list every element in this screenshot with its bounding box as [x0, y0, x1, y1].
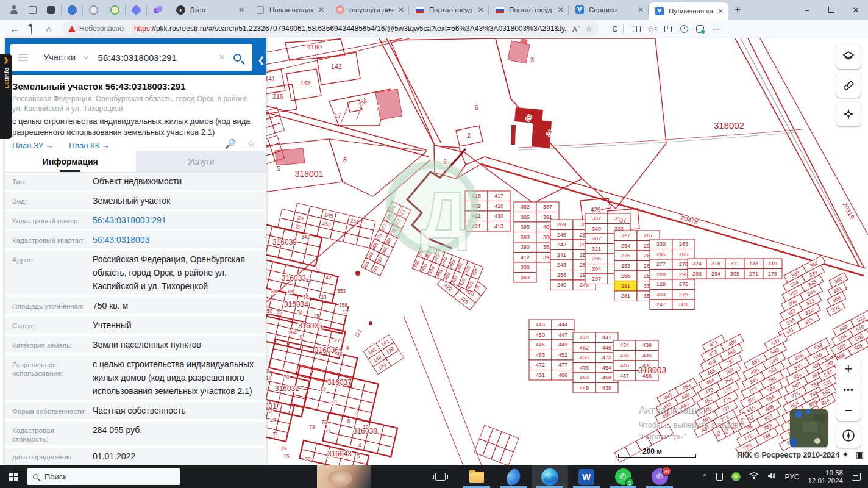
doc-search-icon[interactable]: 🔎 — [225, 138, 237, 149]
start-button[interactable] — [0, 465, 27, 488]
window-restore-button[interactable] — [819, 0, 844, 20]
tab-close-icon[interactable]: ✕ — [638, 5, 644, 14]
tab-close-icon[interactable]: ✕ — [717, 7, 724, 15]
plan-kk-link[interactable]: План КК → — [69, 141, 110, 150]
svg-text:434: 434 — [620, 342, 629, 348]
window-minimize-button[interactable]: – — [795, 0, 819, 20]
zoom-menu-button[interactable]: ••• — [836, 379, 861, 400]
map-home-icon[interactable]: ⌂ — [827, 450, 831, 459]
window-close-button[interactable]: ✕ — [844, 0, 868, 20]
parcel-grid[interactable]: 443444450447445449483452472477451466 — [529, 320, 574, 380]
edge-browser-button[interactable] — [532, 465, 568, 488]
tab-title: госуслуги лич — [349, 6, 396, 13]
taskbar-clock[interactable]: 10:58 12.01.2024 — [808, 469, 843, 485]
map-label: 15 — [283, 453, 290, 459]
whatsapp-button[interactable]: ✆3 — [605, 465, 641, 488]
security-warning-label[interactable]: Небезопасно — [79, 24, 124, 33]
svg-text:472: 472 — [602, 354, 611, 361]
row-value[interactable]: 56:43:0318003 — [93, 233, 259, 246]
notification-icon[interactable] — [852, 473, 861, 481]
star-icon[interactable]: ☆ — [247, 138, 255, 149]
map-canvas[interactable]: 4184174094104114304214134204264244194224… — [258, 38, 868, 465]
parcel-grid[interactable]: 499512504510509506508505 — [819, 310, 868, 365]
tab-close-icon[interactable]: ✕ — [238, 5, 244, 14]
browser-tab-3[interactable]: Ягосуслуги лич✕ — [329, 0, 409, 20]
measure-ruler-button[interactable] — [836, 73, 861, 98]
collapse-panel-icon[interactable]: ❮ — [258, 56, 265, 65]
browser-tab-7[interactable]: Публичная ка✕ — [649, 2, 728, 20]
pinned-site-apps-icon[interactable] — [150, 2, 165, 17]
history-icon[interactable] — [676, 21, 692, 37]
workspaces-icon[interactable] — [25, 2, 40, 17]
pinned-site-gray-icon[interactable] — [86, 2, 101, 17]
search-icon[interactable] — [233, 54, 241, 62]
home-button[interactable]: ⌂ — [40, 24, 57, 34]
letinfo-widget-tab[interactable]: ❯ LetInfo — [0, 54, 12, 139]
search-category[interactable]: Участки — [43, 52, 76, 62]
back-button[interactable]: ← — [6, 24, 23, 34]
my-location-button[interactable] — [836, 423, 861, 448]
taskbar-search[interactable]: Поиск — [27, 468, 180, 485]
address-bar[interactable]: Небезопасно https ://pkk.rosreestr.ru/#/… — [62, 21, 599, 37]
tray-device-icon[interactable] — [716, 473, 723, 481]
browser-tab-6[interactable]: Сервисы✕ — [569, 0, 649, 20]
browser-tab-4[interactable]: Портал госуд✕ — [409, 0, 489, 20]
parcel-grid[interactable]: 470441462448455472476454453458449438 — [573, 332, 618, 393]
tab-services[interactable]: Услуги — [136, 151, 267, 172]
tab-close-icon[interactable]: ✕ — [558, 5, 564, 14]
more-menu-icon[interactable]: ⋯ — [708, 21, 724, 37]
plan-zu-link[interactable]: План ЗУ → — [12, 141, 54, 150]
pinned-site-green-icon[interactable] — [107, 2, 122, 17]
paint-app-button[interactable] — [495, 465, 532, 488]
task-view-button[interactable] — [422, 465, 458, 488]
volume-icon[interactable] — [767, 472, 776, 481]
chevron-down-icon[interactable]: ˅ — [83, 54, 89, 61]
favorite-star-icon[interactable]: ☆ — [585, 24, 592, 34]
profile-icon[interactable] — [7, 2, 21, 17]
map-label: 24 — [270, 417, 276, 423]
viber-button[interactable]: ✆76 — [641, 465, 678, 488]
language-indicator[interactable]: РУС — [784, 473, 799, 481]
wifi-icon[interactable] — [749, 472, 759, 481]
parcel-grid[interactable] — [474, 425, 519, 465]
app-dark-icon[interactable] — [43, 2, 58, 17]
menu-icon[interactable] — [18, 54, 28, 61]
tab-information[interactable]: Информация — [5, 151, 136, 172]
split-screen-icon[interactable] — [628, 21, 644, 37]
tray-antivirus-icon[interactable] — [731, 472, 741, 481]
essentials-green-icon[interactable] — [692, 21, 708, 37]
pinned-site-gem-icon[interactable] — [129, 2, 143, 17]
browser-tab-2[interactable]: Новая вкладк✕ — [249, 0, 329, 20]
file-explorer-button[interactable] — [458, 465, 495, 488]
map-attribution: ПКК © Росреестр 2010-2024 — [737, 451, 839, 459]
favorites-icon[interactable]: ☆≡ — [644, 21, 660, 37]
satellite-thumbnail[interactable] — [790, 409, 828, 447]
zoom-in-button[interactable]: + — [836, 359, 861, 379]
tray-chevron-icon[interactable]: ⌃ — [702, 473, 708, 481]
browser-essentials-icon[interactable]: Ͼ — [607, 21, 623, 37]
row-value[interactable]: 56:43:0318003:291 — [93, 214, 259, 227]
pinned-site-blue-icon[interactable] — [65, 2, 79, 17]
tab-close-icon[interactable]: ✕ — [398, 5, 404, 14]
parcel-grid[interactable]: 324318311138319286264305271278 — [688, 259, 782, 279]
browser-tab-5[interactable]: Портал госуд✕ — [489, 0, 569, 20]
layers-button[interactable] — [836, 45, 861, 69]
word-app-button[interactable]: W — [568, 465, 605, 488]
read-aloud-icon[interactable]: A⌃ — [572, 25, 580, 33]
url-text[interactable]: ://pkk.rosreestr.ru/#/search/51.22326707… — [150, 24, 567, 33]
taskbar-photo-thumbnail[interactable] — [317, 465, 371, 488]
map-star-icon[interactable]: ✦ — [842, 450, 849, 459]
zoom-out-button[interactable]: − — [836, 400, 861, 421]
clear-search-icon[interactable]: × — [219, 51, 225, 63]
tab-close-icon[interactable]: ✕ — [478, 5, 484, 14]
map-fullscreen-icon[interactable]: ▣ — [856, 450, 864, 459]
new-tab-button[interactable]: + — [735, 4, 741, 16]
locate-object-button[interactable] — [836, 102, 861, 126]
search-box[interactable]: Участки ˅ 56:43:0318003:291 × — [10, 44, 252, 71]
browser-tab-1[interactable]: ◖Дзен✕ — [169, 0, 249, 20]
parcel-grid[interactable]: 142141140138139 — [363, 335, 404, 375]
search-input[interactable]: 56:43:0318003:291 — [98, 52, 219, 63]
refresh-button[interactable] — [23, 24, 40, 34]
collections-icon[interactable] — [660, 21, 676, 37]
tab-close-icon[interactable]: ✕ — [318, 5, 324, 14]
